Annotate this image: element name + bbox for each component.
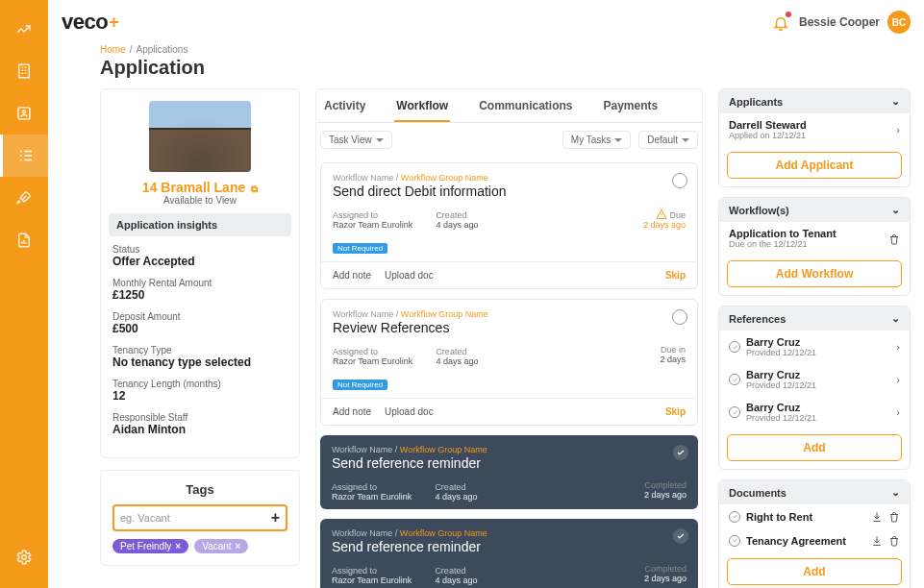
document-row[interactable]: Tenancy Agreement <box>719 528 910 552</box>
applicant-row[interactable]: Darrell StewardApplied on 12/12/21 › <box>719 113 910 146</box>
property-image <box>149 101 251 172</box>
chevron-down-icon: ⌄ <box>891 312 900 325</box>
logo: veco+ <box>62 10 118 35</box>
tags-card: Tags eg. Vacant + Pet Freindly ×Vacant × <box>100 470 300 566</box>
sort-dropdown[interactable]: Default <box>638 131 698 149</box>
workflow-panel: ActivityWorkflowCommunicationsPayments T… <box>315 88 703 588</box>
avatar[interactable]: BC <box>887 11 911 34</box>
applicants-section: Applicants⌄ Darrell StewardApplied on 12… <box>718 88 911 187</box>
applicants-header[interactable]: Applicants⌄ <box>719 89 910 113</box>
status-circle-icon[interactable] <box>672 309 687 325</box>
reference-row[interactable]: Barry CruzProvided 12/12/21› <box>719 331 910 363</box>
plus-icon[interactable]: + <box>271 510 280 526</box>
external-link-icon[interactable]: ⧉ <box>251 184 258 194</box>
add-reference-button[interactable]: Add <box>727 434 902 461</box>
not-required-badge: Not Required <box>333 380 387 390</box>
tab-workflow[interactable]: Workflow <box>394 93 450 122</box>
trash-icon[interactable] <box>888 232 900 244</box>
chevron-down-icon: ⌄ <box>891 95 900 108</box>
add-note-link[interactable]: Add note <box>333 270 371 281</box>
chevron-down-icon: ⌄ <box>891 204 900 216</box>
skip-link[interactable]: Skip <box>665 270 686 281</box>
chevron-right-icon: › <box>896 124 900 135</box>
check-icon <box>673 445 688 460</box>
add-workflow-button[interactable]: Add Workflow <box>727 260 902 287</box>
nav-building[interactable] <box>0 50 48 92</box>
property-card: 14 Bramall Lane ⧉ Available to View Appl… <box>100 88 300 458</box>
topbar: veco+ Bessie Cooper BC <box>48 0 924 44</box>
workflows-header[interactable]: Workflow(s)⌄ <box>719 198 910 222</box>
chevron-right-icon: › <box>896 406 900 418</box>
add-document-button[interactable]: Add <box>727 558 902 585</box>
reference-row[interactable]: Barry CruzProvided 12/12/21› <box>719 363 910 396</box>
workflow-card[interactable]: Workflow Name / Workflow Group NameSend … <box>320 519 698 588</box>
tab-activity[interactable]: Activity <box>322 93 367 122</box>
property-title[interactable]: 14 Bramall Lane ⧉ <box>112 180 287 195</box>
trash-icon[interactable] <box>888 510 900 523</box>
workflow-card[interactable]: Workflow Name / Workflow Group NameRevie… <box>320 299 698 426</box>
download-icon[interactable] <box>871 510 883 523</box>
task-view-dropdown[interactable]: Task View <box>320 131 392 149</box>
nav-contacts[interactable] <box>0 92 48 135</box>
nav-settings[interactable] <box>0 536 48 578</box>
tab-communications[interactable]: Communications <box>477 93 574 122</box>
property-subtitle: Available to View <box>112 195 287 206</box>
svg-point-3 <box>22 555 27 560</box>
chevron-right-icon: › <box>896 374 900 385</box>
not-required-badge: Not Required <box>333 243 387 254</box>
tag-chip[interactable]: Vacant × <box>194 539 248 553</box>
nav-launch[interactable] <box>0 177 48 219</box>
breadcrumb: Home/Applications <box>100 44 911 55</box>
trash-icon[interactable] <box>888 534 900 547</box>
svg-point-2 <box>23 110 26 113</box>
breadcrumb-current: Applications <box>136 44 187 55</box>
tag-input[interactable]: eg. Vacant + <box>112 504 287 531</box>
check-circle-icon <box>729 341 740 353</box>
documents-header[interactable]: Documents⌄ <box>719 480 910 504</box>
breadcrumb-home[interactable]: Home <box>100 44 126 55</box>
svg-rect-0 <box>19 64 30 78</box>
add-applicant-button[interactable]: Add Applicant <box>727 152 902 179</box>
workflow-card[interactable]: Workflow Name / Workflow Group NameSend … <box>320 162 698 289</box>
page-title: Application <box>100 57 911 79</box>
tags-header: Tags <box>112 482 287 497</box>
references-header[interactable]: References⌄ <box>719 306 910 331</box>
notifications-icon[interactable] <box>772 13 789 31</box>
close-icon[interactable]: × <box>175 541 181 551</box>
tag-chip[interactable]: Pet Freindly × <box>112 539 188 553</box>
download-icon[interactable] <box>871 534 883 547</box>
workflow-card[interactable]: Workflow Name / Workflow Group NameSend … <box>320 435 698 509</box>
check-circle-icon <box>729 535 740 547</box>
document-row[interactable]: Right to Rent <box>719 504 910 528</box>
close-icon[interactable]: × <box>236 541 241 551</box>
references-section: References⌄ Barry CruzProvided 12/12/21›… <box>718 306 911 470</box>
add-note-link[interactable]: Add note <box>333 406 371 417</box>
my-tasks-dropdown[interactable]: My Tasks <box>562 131 632 149</box>
nav-reports[interactable] <box>0 219 48 261</box>
check-circle-icon <box>729 374 740 385</box>
documents-section: Documents⌄ Right to RentTenancy Agreemen… <box>718 479 911 588</box>
chevron-down-icon: ⌄ <box>891 486 900 499</box>
insights-header: Application insights <box>109 213 291 236</box>
upload-doc-link[interactable]: Upload doc <box>385 406 434 417</box>
user-name[interactable]: Bessie Cooper <box>799 15 880 29</box>
nav-dashboard[interactable] <box>0 8 48 50</box>
reference-row[interactable]: Barry CruzProvided 12/12/21› <box>719 396 910 429</box>
check-icon <box>673 528 688 544</box>
left-nav <box>0 0 48 588</box>
nav-tasks[interactable] <box>0 135 48 177</box>
workflows-section: Workflow(s)⌄ Application to TenantDue on… <box>718 197 911 296</box>
check-circle-icon <box>729 511 740 523</box>
tab-payments[interactable]: Payments <box>601 93 660 122</box>
check-circle-icon <box>729 406 740 418</box>
upload-doc-link[interactable]: Upload doc <box>385 270 434 281</box>
tag-placeholder: eg. Vacant <box>120 512 170 524</box>
workflow-row[interactable]: Application to TenantDue on the 12/12/21 <box>719 222 910 255</box>
chevron-right-icon: › <box>896 341 900 353</box>
status-circle-icon[interactable] <box>672 173 687 188</box>
skip-link[interactable]: Skip <box>665 406 686 417</box>
